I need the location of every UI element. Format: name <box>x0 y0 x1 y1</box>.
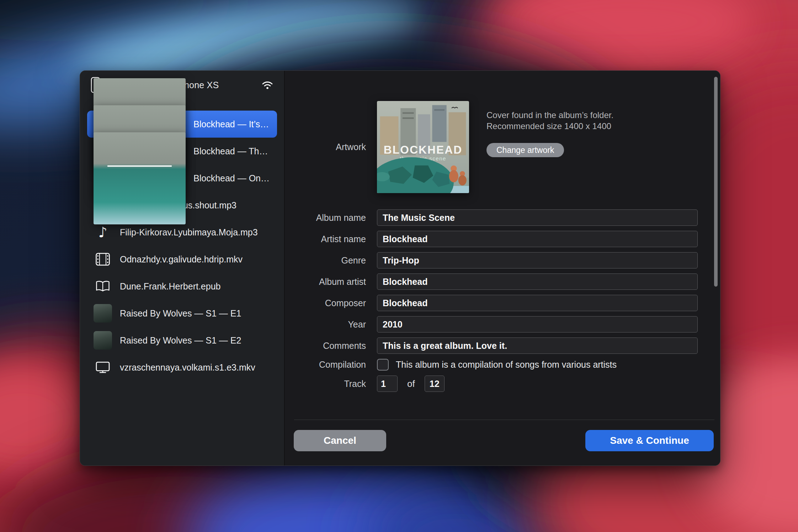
display-icon <box>96 361 110 373</box>
change-artwork-button[interactable]: Change artwork <box>486 143 564 157</box>
footer-divider <box>294 420 714 420</box>
sidebar-item-label: Blockhead — It’s raining cloud <box>193 119 271 129</box>
wifi-icon <box>261 80 273 90</box>
sidebar: Adding to Josh’s iPhone XS Blockhead — I… <box>80 71 284 465</box>
sidebar-item-label: Raised By Wolves — S1 — E2 <box>120 335 271 346</box>
field-label: Album artist <box>284 277 366 287</box>
sidebar-item-label: Blockhead — The Music Scene <box>193 146 271 156</box>
sidebar-item-raised-by-wolves-e1[interactable]: Raised By Wolves — S1 — E1 <box>87 300 277 327</box>
scrollbar-thumb[interactable] <box>714 77 718 287</box>
video-thumbnail <box>94 304 112 323</box>
field-label: Comments <box>284 341 366 351</box>
artwork-note-line2: Recommended size 1400 x 1400 <box>486 121 613 132</box>
svg-text:BLOCKHEAD: BLOCKHEAD <box>384 143 463 156</box>
cancel-button[interactable]: Cancel <box>294 430 386 451</box>
field-label: Artist name <box>284 234 366 244</box>
music-note-icon <box>98 225 107 239</box>
sidebar-item-blockhead-only-sequence[interactable]: Blockhead — Only Sequence Cha… <box>87 165 277 192</box>
sidebar-item-label: Odnazhdy.v.galivude.hdrip.mkv <box>120 254 271 265</box>
sidebar-item-label: Blockhead — Only Sequence Cha… <box>193 173 271 183</box>
save-continue-button[interactable]: Save & Continue <box>585 430 714 451</box>
sidebar-item-odnazhdy-mkv[interactable]: Odnazhdy.v.galivude.hdrip.mkv <box>87 246 277 273</box>
field-label: Album name <box>284 213 366 223</box>
artwork-label: Artwork <box>284 142 366 152</box>
sidebar-item-label: vzraschennaya.volkami.s1.e3.mkv <box>120 362 271 373</box>
album-artist-input[interactable] <box>377 273 698 290</box>
comments-input[interactable] <box>377 337 698 354</box>
artwork-note-line1: Cover found in the album’s folder. <box>486 110 613 121</box>
album-name-input[interactable] <box>377 209 698 226</box>
sidebar-item-label: Raised By Wolves — S1 — E1 <box>120 308 271 319</box>
file-list: Blockhead — It’s raining cloud Blockhead… <box>80 99 284 381</box>
album-art-thumbnail <box>94 132 186 224</box>
book-icon <box>96 280 110 292</box>
video-thumbnail <box>94 331 112 350</box>
field-label: Year <box>284 319 366 330</box>
track-number-input[interactable] <box>377 376 398 392</box>
sidebar-item-raised-by-wolves-e2[interactable]: Raised By Wolves — S1 — E2 <box>87 327 277 354</box>
compilation-checkbox[interactable] <box>377 359 389 371</box>
field-label: Genre <box>284 255 366 266</box>
track-label: Track <box>284 379 366 389</box>
album-artwork-image: BLOCKHEAD the music scene <box>377 101 469 193</box>
sidebar-item-vzraschennaya-mkv[interactable]: vzraschennaya.volkami.s1.e3.mkv <box>87 354 277 381</box>
compilation-checkbox-label: This album is a compilation of songs fro… <box>396 360 617 370</box>
track-total-input[interactable] <box>425 376 445 392</box>
sidebar-item-dune-epub[interactable]: Dune.Frank.Herbert.epub <box>87 273 277 300</box>
field-label: Composer <box>284 298 366 308</box>
footer: Cancel Save & Continue <box>284 430 720 451</box>
compilation-label: Compilation <box>284 360 366 370</box>
composer-input[interactable] <box>377 295 698 311</box>
transfer-window: Adding to Josh’s iPhone XS Blockhead — I… <box>80 70 720 466</box>
sidebar-item-label: Dune.Frank.Herbert.epub <box>120 281 271 292</box>
film-icon <box>96 253 110 266</box>
genre-input[interactable] <box>377 252 698 268</box>
artist-name-input[interactable] <box>377 231 698 247</box>
track-of-text: of <box>407 378 415 389</box>
year-input[interactable] <box>377 316 698 332</box>
sidebar-item-label: Filip-Kirkorav.Lyubimaya.Moja.mp3 <box>120 227 271 238</box>
metadata-form: Artwork <box>284 71 720 465</box>
